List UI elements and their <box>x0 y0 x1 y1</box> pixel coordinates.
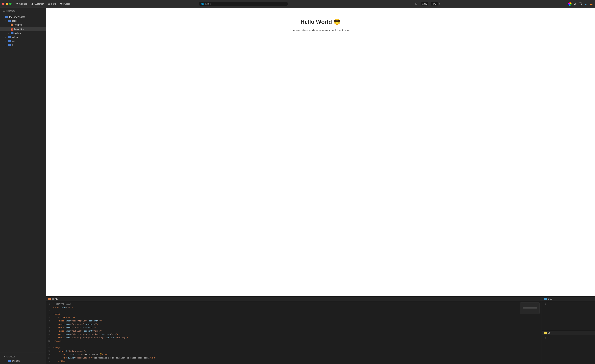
sidebar-item-label: include <box>12 36 18 38</box>
css-editor: CSS 1 <box>542 297 595 330</box>
code-line: 10 <meta name="sitemap-page-priority" co… <box>46 333 542 336</box>
code-line: 9 <meta name="publish" content="true"> <box>46 329 542 333</box>
snippets-label: Snippets <box>6 356 15 358</box>
titlebar: Settings Customer Save Publish 🌐 home x … <box>0 0 595 8</box>
person-icon <box>31 3 34 5</box>
code-line: 17 <h3 class="description">This website … <box>46 356 542 360</box>
html-file-icon <box>48 298 51 300</box>
sidebar-title: Directory <box>6 10 15 12</box>
chevron-icon <box>2 16 4 18</box>
sidebar-item-label: pages <box>12 20 18 22</box>
sidebar-item-css[interactable]: css <box>0 39 46 43</box>
code-line: 3 <box>46 309 542 313</box>
code-line: 19</body> <box>46 363 542 364</box>
refresh-icon[interactable] <box>415 3 417 5</box>
sidebar-item-homehtml[interactable]: H home.html <box>0 27 46 31</box>
html-editor-label: HTML <box>52 298 58 300</box>
preview-subtitle: This website is in development check bac… <box>50 29 591 32</box>
code-line: 11 <meta name="sitemap-change-frequently… <box>46 336 542 340</box>
hamburger-icon <box>2 10 5 12</box>
titlebar-menu: Settings Customer Save Publish <box>14 2 72 6</box>
font-icon[interactable]: A <box>573 2 577 6</box>
sidebar-item-include[interactable]: include <box>0 35 46 39</box>
globe-icon: 🌐 <box>201 3 204 5</box>
code-pane-inner: HTML 1<!DOCTYPE html> 2<html lang="en"> … <box>46 297 595 364</box>
sidebar-item-pages[interactable]: pages <box>0 19 46 23</box>
code-line: 5 <title></title> <box>46 316 542 319</box>
css-code-content[interactable]: 1 <box>542 301 595 330</box>
width-input[interactable] <box>421 2 428 6</box>
image-icon[interactable] <box>579 2 582 6</box>
snippets-header[interactable]: Snippets <box>0 354 46 359</box>
cloud-icon <box>60 3 63 5</box>
js-editor: JS 1 <box>542 330 595 364</box>
side-editors: CSS 1 JS <box>542 297 595 364</box>
sidebar-item-label: 404.html <box>14 24 22 26</box>
crosshair-icon[interactable] <box>418 3 421 5</box>
sidebar-item-my-new-website[interactable]: My New Website <box>0 15 46 19</box>
height-input[interactable] <box>431 2 438 6</box>
preview-thumbnail <box>520 302 539 314</box>
sidebar-item-js[interactable]: js <box>0 43 46 47</box>
disk-icon <box>48 3 50 5</box>
svg-rect-6 <box>3 11 5 11</box>
snippets-section: Snippets snippets <box>0 353 46 364</box>
publish-button[interactable]: Publish <box>58 2 72 6</box>
preview-pane[interactable]: Hello World 😎 This website is in develop… <box>46 8 595 296</box>
css-editor-label: CSS <box>548 298 552 300</box>
save-button[interactable]: Save <box>46 2 58 6</box>
folder-icon <box>8 36 11 38</box>
sidebar-item-label: js <box>12 44 13 46</box>
size-separator: x <box>429 3 430 5</box>
sidebar-item-404html[interactable]: H 404.html <box>0 23 46 27</box>
chevron-up-down-icon[interactable] <box>439 3 441 5</box>
sidebar-tree: My New Website pages H 404.html H home.h… <box>0 14 46 351</box>
svg-rect-2 <box>49 3 50 4</box>
main-layout: Directory My New Website pages H 404.htm… <box>0 8 595 364</box>
settings-button[interactable]: Settings <box>14 2 29 6</box>
close-button[interactable] <box>2 3 4 5</box>
code-line: 7 <meta name="keywords" content=""> <box>46 323 542 326</box>
size-controls: x <box>415 2 441 6</box>
code-line: 1 <box>542 336 595 340</box>
triangle-icon[interactable]: ▲ <box>584 2 588 6</box>
svg-point-0 <box>32 3 33 4</box>
chevron-icon <box>5 40 7 42</box>
code-line: 15 <div id="body-content"> <box>46 350 542 353</box>
code-line: 8 <meta name="domain" content=""> <box>46 326 542 329</box>
sidebar-item-label: home.html <box>14 28 24 30</box>
js-code-content[interactable]: 1 <box>542 335 595 364</box>
svg-rect-7 <box>3 11 5 12</box>
chevron-icon <box>5 360 7 362</box>
sidebar-item-gallery[interactable]: gallery <box>0 31 46 35</box>
code-icon <box>2 356 5 358</box>
html-code-content[interactable]: 1<!DOCTYPE html> 2<html lang="en"> 3 4<h… <box>46 301 542 364</box>
js-editor-header: JS <box>542 330 595 335</box>
gear-icon <box>16 3 18 5</box>
svg-rect-5 <box>3 10 5 10</box>
chevron-icon <box>8 32 10 34</box>
sidebar-header: Directory <box>0 8 46 14</box>
html-editor-body: 1<!DOCTYPE html> 2<html lang="en"> 3 4<h… <box>46 301 542 364</box>
maximize-button[interactable] <box>9 3 12 5</box>
code-line: 4<head> <box>46 313 542 316</box>
code-pane: HTML 1<!DOCTYPE html> 2<html lang="en"> … <box>46 297 595 364</box>
customer-button[interactable]: Customer <box>29 2 45 6</box>
sidebar-item-label: snippets <box>12 360 20 362</box>
color-swatch-icon[interactable] <box>568 2 572 6</box>
code-line: 12</head> <box>46 340 542 343</box>
code-line: 1<!DOCTYPE html> <box>46 302 542 306</box>
preview-title: Hello World 😎 <box>50 18 591 25</box>
preview-content: Hello World 😎 This website is in develop… <box>46 8 595 42</box>
file-html-special-icon: H <box>11 28 13 31</box>
url-bar[interactable]: 🌐 home <box>199 2 288 6</box>
minimize-button[interactable] <box>6 3 8 5</box>
sidebar-divider <box>0 352 46 352</box>
html-editor: HTML 1<!DOCTYPE html> 2<html lang="en"> … <box>46 297 542 364</box>
sidebar-item-snippets[interactable]: snippets <box>0 359 46 363</box>
cloudflare-icon[interactable]: ☁ <box>589 2 593 6</box>
svg-rect-4 <box>579 3 582 5</box>
folder-icon <box>8 360 11 362</box>
url-text: home <box>205 3 211 5</box>
code-line: 18 </div> <box>46 360 542 363</box>
